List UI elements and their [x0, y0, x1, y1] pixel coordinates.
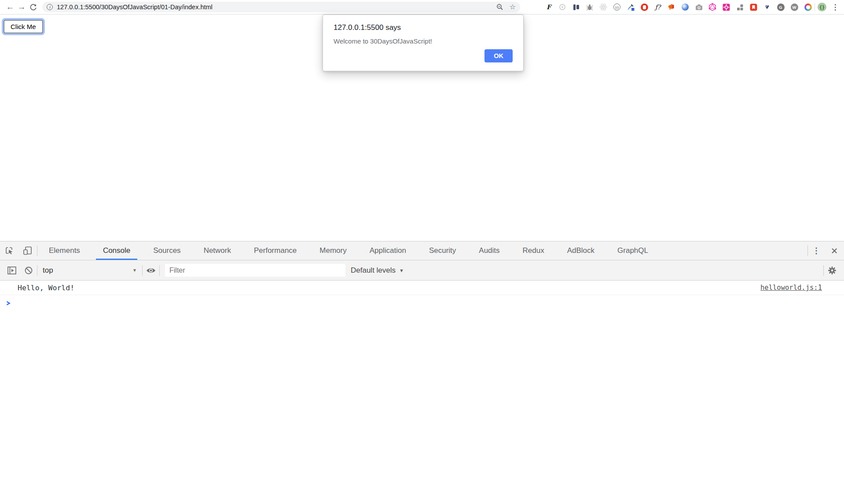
reload-icon — [29, 4, 37, 11]
gray-w-icon[interactable]: W — [790, 3, 798, 11]
tab-memory[interactable]: Memory — [308, 241, 358, 260]
tab-application[interactable]: Application — [358, 241, 418, 260]
close-icon: × — [831, 244, 837, 258]
console-source-link[interactable]: helloworld.js:1 — [760, 284, 822, 292]
bug-icon[interactable] — [586, 3, 594, 11]
tab-graphql[interactable]: GraphQL — [606, 241, 660, 260]
console-settings-button[interactable] — [824, 263, 840, 278]
tab-adblock[interactable]: AdBlock — [556, 241, 606, 260]
tab-elements[interactable]: Elements — [37, 241, 92, 260]
forward-button[interactable]: → — [16, 1, 27, 13]
bookmark-star-icon[interactable]: ☆ — [510, 4, 516, 11]
forward-icon: → — [18, 2, 26, 12]
vertical-bars-icon[interactable] — [572, 3, 580, 11]
heart-search-icon[interactable]: ♥ — [763, 3, 771, 11]
color-ring-icon[interactable] — [804, 3, 812, 11]
click-me-button[interactable]: Click Me — [4, 20, 43, 33]
browser-menu-icon[interactable]: ⋮ — [831, 3, 840, 12]
zoom-icon[interactable] — [496, 4, 503, 11]
devtools-tab-bar: Elements Console Sources Network Perform… — [0, 241, 844, 260]
json-braces-icon[interactable]: {} — [818, 3, 826, 11]
devtools-menu-button[interactable]: ⋮ — [808, 241, 825, 260]
address-bar[interactable]: i 127.0.0.1:5500/30DaysOfJavaScript/01-D… — [42, 2, 520, 12]
alert-title: 127.0.0.1:5500 says — [334, 23, 513, 32]
tab-network[interactable]: Network — [192, 241, 242, 260]
graphql-icon[interactable] — [708, 3, 716, 11]
inspect-element-button[interactable] — [0, 241, 18, 260]
megaphone-icon[interactable] — [668, 3, 675, 11]
alert-message: Welcome to 30DaysOfJavaScript! — [334, 37, 513, 45]
eye-icon — [146, 267, 156, 274]
tab-sources[interactable]: Sources — [142, 241, 192, 260]
pink-gear-icon[interactable] — [722, 3, 730, 11]
browser-window: ← → i 127.0.0.1:5500/30DaysOfJavaScript/… — [0, 0, 844, 504]
chevron-down-icon: ▼ — [399, 268, 404, 273]
console-sidebar-icon — [7, 267, 16, 274]
spiral-icon[interactable] — [558, 3, 566, 11]
url-text: 127.0.0.1:5500/30DaysOfJavaScript/01-Day… — [57, 4, 213, 11]
device-toolbar-button[interactable] — [18, 241, 37, 260]
gray-g-icon[interactable]: G — [777, 3, 785, 11]
camera-icon[interactable] — [695, 3, 703, 11]
log-levels-selector[interactable]: Default levels ▼ — [351, 266, 404, 275]
inspect-cursor-icon — [4, 246, 14, 256]
red-bookmark-icon[interactable] — [749, 3, 757, 11]
console-log-message: Hello, World! — [18, 284, 74, 292]
function-help-icon[interactable]: ƒ? — [654, 3, 662, 11]
console-log-row: Hello, World! helloworld.js:1 — [0, 281, 844, 295]
devtools-close-button[interactable]: × — [825, 241, 844, 260]
console-prompt[interactable] — [0, 295, 844, 311]
reload-button[interactable] — [27, 1, 39, 13]
alert-dialog: 127.0.0.1:5500 says Welcome to 30DaysOfJ… — [323, 15, 524, 71]
tab-console[interactable]: Console — [92, 241, 142, 260]
eyedropper-icon[interactable] — [627, 3, 635, 11]
alert-ok-button[interactable]: OK — [484, 49, 513, 62]
parentheses-icon[interactable]: (-) — [613, 3, 621, 11]
prompt-chevron-icon — [6, 300, 11, 306]
context-selector[interactable]: top ▼ — [37, 263, 142, 278]
tab-redux[interactable]: Redux — [511, 241, 556, 260]
atom-icon[interactable] — [599, 3, 607, 11]
toolbar-separator — [815, 3, 815, 11]
hand-stop-icon[interactable] — [640, 3, 648, 11]
stylized-f-icon[interactable]: F — [545, 3, 553, 11]
device-toolbar-icon — [22, 246, 33, 256]
kebab-icon: ⋮ — [812, 246, 820, 256]
log-levels-value: Default levels — [351, 266, 396, 275]
console-toolbar: top ▼ Default levels ▼ — [0, 260, 844, 281]
tab-performance[interactable]: Performance — [242, 241, 308, 260]
chevron-down-icon: ▼ — [132, 268, 137, 273]
console-toolbar-separator — [159, 265, 160, 276]
context-selector-value: top — [43, 266, 53, 275]
extensions-strip: F — [545, 3, 812, 11]
tab-audits[interactable]: Audits — [467, 241, 511, 260]
corner-blocks-icon[interactable] — [736, 3, 744, 11]
blue-orb-icon[interactable] — [681, 3, 689, 11]
tab-security[interactable]: Security — [418, 241, 467, 260]
filter-input[interactable] — [165, 264, 345, 277]
page-info-icon[interactable]: i — [47, 4, 53, 10]
devtools-panel: Elements Console Sources Network Perform… — [0, 241, 844, 504]
console-sidebar-button[interactable] — [4, 263, 20, 278]
back-icon: ← — [6, 2, 15, 12]
browser-toolbar: ← → i 127.0.0.1:5500/30DaysOfJavaScript/… — [0, 0, 844, 15]
live-expression-button[interactable] — [143, 263, 159, 278]
gear-icon — [828, 266, 837, 275]
clear-console-button[interactable] — [20, 263, 37, 278]
back-button[interactable]: ← — [4, 1, 16, 13]
clear-console-icon — [24, 266, 33, 275]
